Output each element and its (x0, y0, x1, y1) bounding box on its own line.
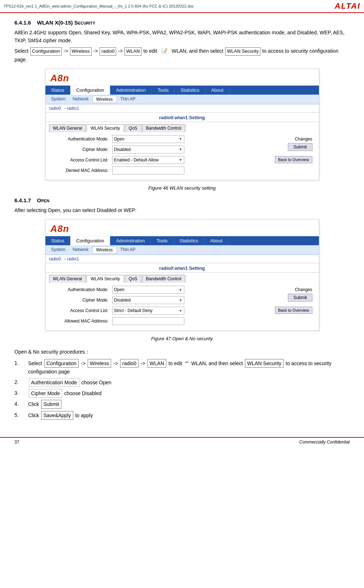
radio1-link-47[interactable]: radio1 (67, 256, 79, 261)
arrow1: -> (63, 48, 68, 54)
changes-label-46: Changes (295, 137, 312, 142)
nav-status-47[interactable]: Status (45, 236, 71, 245)
sub-wireless-47[interactable]: Wireless (92, 246, 117, 254)
nav-statistics-46[interactable]: Statistics (175, 86, 205, 95)
tab-qos-47[interactable]: QoS (125, 275, 141, 283)
nav-tools-47[interactable]: Tools (151, 236, 174, 245)
ui-nav-top-46[interactable]: Status Configuration Administration Tool… (45, 86, 319, 95)
acl-select-47[interactable]: Strict - Default Deny ▼ (112, 307, 184, 315)
submit-btn-47[interactable]: Submit (288, 294, 312, 302)
ui-logo-46: A8n (51, 73, 69, 83)
tab-bandwidth-control-46[interactable]: Bandwidth Control (142, 124, 185, 132)
cipher-select-46[interactable]: Disabled ▼ (112, 146, 184, 154)
auth-arrow-46: ▼ (179, 137, 183, 141)
section-641-7-title: 6.4.1.7 Open (14, 197, 350, 203)
proc-text-1: Select Configuration -> Wireless -> radi… (28, 359, 350, 376)
nav-about-46[interactable]: About (205, 86, 229, 95)
form-actions-47: Changes Submit Back to Overview (268, 286, 315, 328)
tab-wlan-security-47[interactable]: WLAN Security (87, 275, 124, 283)
cipher-select-47[interactable]: Disabled ▼ (112, 296, 184, 304)
tab-wlan-security-46[interactable]: WLAN Security (87, 124, 124, 132)
ui-nav-sub-47[interactable]: System Network Wireless Thin AP (45, 245, 319, 255)
auth-arrow-47: ▼ (179, 288, 183, 292)
form-actions-46: Changes Submit Back to Overview (268, 135, 315, 177)
radio-sep-46: - (64, 106, 67, 111)
acl-label-46: Access Control List: (56, 157, 112, 163)
submit-btn-46[interactable]: Submit (288, 143, 312, 151)
radio1-link-46[interactable]: radio1 (67, 106, 79, 111)
section-641-6-para1: A8Ein 2.4GHz supports Open, Shared Key, … (14, 29, 350, 45)
nav-configuration-47[interactable]: Configuration (70, 236, 110, 245)
radio0-link-46[interactable]: radio0 (49, 106, 61, 111)
doc-title: TPS12-016_rev1 1_A8Ein_web-admin_Configu… (4, 4, 194, 8)
tab-qos-46[interactable]: QoS (125, 124, 141, 132)
tab-wlan-general-46[interactable]: WLAN General (49, 124, 86, 132)
ui-tabs-bar-46[interactable]: WLAN General WLAN Security QoS Bandwidth… (45, 122, 319, 132)
proc1-wlan-security: WLAN Security (245, 359, 284, 368)
changes-label-47: Changes (295, 287, 312, 292)
procedures-title: Open & No security procedures： (14, 348, 350, 356)
section-641-7-para1: After selecting Open, you can select Dis… (14, 206, 350, 214)
nav-status-46[interactable]: Status (45, 86, 71, 95)
sub-network-46[interactable]: Network (69, 96, 92, 103)
sub-system-47[interactable]: System (48, 246, 69, 254)
acl-value-47: Strict - Default Deny (114, 308, 153, 313)
fig47-caption: Figure 47 Open & No security (14, 336, 350, 341)
mac-input-46[interactable] (112, 167, 184, 174)
auth-select-47[interactable]: Open ▼ (112, 286, 184, 294)
nav-statistics-47[interactable]: Statistics (174, 236, 205, 245)
wlan-inline-box: WLAN (124, 47, 142, 56)
proc1-radio: radio0 (120, 359, 139, 368)
ui-form-47: Authentication Mode: Open ▼ Cipher Mode:… (45, 283, 319, 330)
overview-btn-46[interactable]: Back to Overview (275, 156, 312, 163)
nav-administration-47[interactable]: Adminstration (110, 236, 151, 245)
mac-label-47: Allowed MAC Address: (56, 319, 112, 324)
sub-thinap-47[interactable]: Thin AP (117, 246, 139, 254)
form-fields-46: Authentication Mode: Open ▼ Cipher Mode:… (49, 135, 268, 177)
proc1-config: Configuration (44, 359, 79, 368)
config-inline-box: Configuration (30, 47, 62, 56)
section-641-6-title: 6.4.1.6 WLAN X(0-15) Security (14, 20, 350, 26)
section-641-7-number: 6.4.1.7 (14, 197, 31, 203)
auth-select-46[interactable]: Open ▼ (112, 135, 184, 143)
form-row-acl-46: Access Control List: Enabled - Default A… (49, 156, 268, 164)
proc-num-2: 2. (14, 378, 28, 387)
ui-tabs-bar-47[interactable]: WLAN General WLAN Security QoS Bandwidth… (45, 273, 319, 283)
procedure-list: 1. Select Configuration -> Wireless -> r… (14, 359, 350, 420)
proc-num-5: 5. (14, 411, 28, 420)
overview-btn-47[interactable]: Back to Overview (275, 307, 312, 314)
proc5-save-apply: Save&Apply (41, 411, 73, 420)
tab-bandwidth-control-47[interactable]: Bandwidth Control (142, 275, 185, 283)
proc3-cipher-mode: Cipher Mode (29, 389, 62, 398)
form-row-cipher-47: Cipher Mode: Disabled ▼ (49, 296, 268, 304)
proc-num-1: 1. (14, 359, 28, 376)
sub-network-47[interactable]: Network (69, 246, 92, 254)
wireless-inline-box: Wireless (70, 47, 92, 56)
sub-thinap-46[interactable]: Thin AP (117, 96, 139, 103)
wlan-security-inline-box: WLAN Security (225, 47, 260, 56)
procedure-item-4: 4. Click Submit (14, 400, 350, 408)
page-number: 37 (14, 440, 19, 445)
ui-nav-top-47[interactable]: Status Configuration Adminstration Tools… (45, 236, 319, 245)
proc2-auth-mode: Authentication Mode (29, 378, 79, 387)
mac-input-47[interactable] (112, 317, 184, 325)
section-number: 6.4.1.6 (14, 20, 31, 26)
fig46-caption: Figure 46 WLAN security setting (14, 185, 350, 191)
cipher-label-46: Cipher Mode: (56, 147, 112, 152)
altai-logo: ALTAI (335, 1, 361, 11)
radio0-link-47[interactable]: radio0 (49, 256, 61, 261)
radio0-inline-box: radio0 (100, 47, 116, 56)
tab-wlan-general-47[interactable]: WLAN General (49, 275, 86, 283)
sub-wireless-46[interactable]: Wireless (92, 96, 117, 103)
ui-logo-bar-47: A8n (45, 220, 319, 236)
cipher-arrow-47: ▼ (179, 298, 183, 302)
nav-administration-46[interactable]: Administration (110, 86, 152, 95)
nav-configuration-46[interactable]: Configuration (70, 86, 110, 95)
nav-about-47[interactable]: About (205, 236, 229, 245)
ui-logo-bar-46: A8n (45, 69, 319, 86)
ui-nav-sub-46[interactable]: System Network Wireless Thin AP (45, 95, 319, 104)
sub-system-46[interactable]: System (48, 96, 69, 103)
edit-icon-placeholder: 📝 (161, 48, 167, 54)
acl-select-46[interactable]: Enabled - Default Allow ▼ (112, 156, 184, 164)
nav-tools-46[interactable]: Tools (152, 86, 175, 95)
